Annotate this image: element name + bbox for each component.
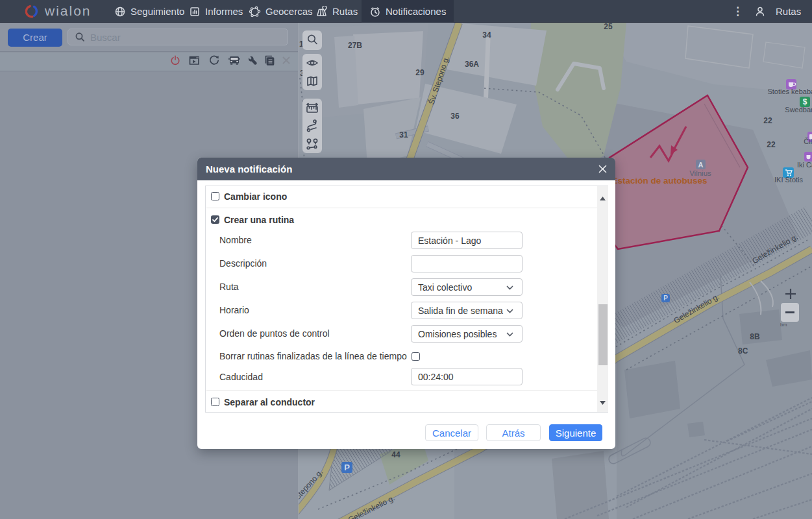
svg-text:29: 29 (415, 68, 424, 77)
svg-text:22: 22 (767, 140, 776, 149)
svg-text:Estación de autobuses: Estación de autobuses (611, 176, 707, 186)
svg-text:A: A (698, 161, 704, 169)
svg-text:31: 31 (399, 130, 408, 139)
svg-text:8C: 8C (738, 346, 748, 356)
svg-text:25: 25 (604, 23, 613, 31)
svg-text:Stoties kebabai: Stoties kebabai (767, 88, 812, 95)
svg-text:27B: 27B (348, 41, 362, 50)
svg-text:P: P (344, 463, 350, 472)
svg-text:44: 44 (391, 450, 400, 459)
svg-text:Vilnius: Vilnius (689, 169, 711, 177)
svg-text:8B: 8B (750, 332, 760, 341)
svg-text:Čili: Čili (804, 138, 812, 145)
svg-text:34: 34 (482, 30, 491, 40)
svg-text:IKI Stotis: IKI Stotis (774, 176, 804, 184)
svg-text:22: 22 (763, 116, 772, 125)
svg-text:36: 36 (450, 112, 460, 121)
svg-text:bm: bm (780, 322, 787, 328)
svg-text:$: $ (803, 97, 807, 106)
svg-text:Swedbank: Swedbank (785, 106, 812, 114)
svg-text:36A: 36A (465, 60, 479, 69)
svg-text:Iki Ca: Iki Ca (797, 161, 812, 169)
svg-text:P: P (663, 295, 668, 302)
